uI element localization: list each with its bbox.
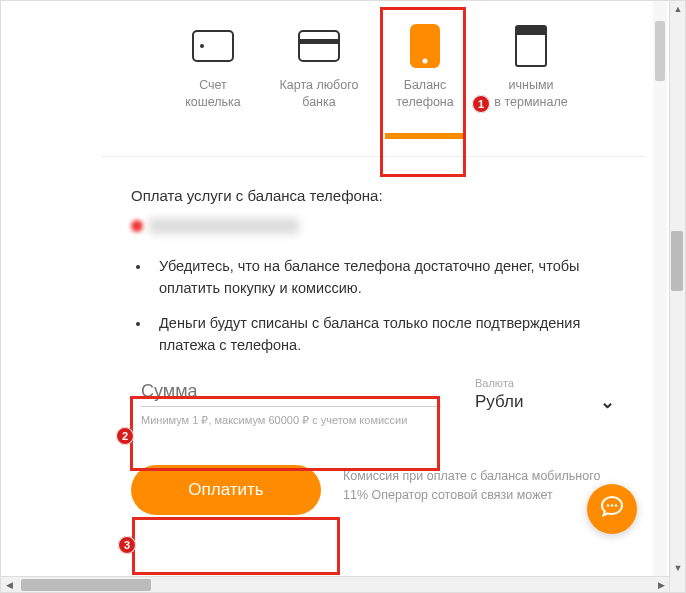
scrollbar-thumb[interactable] [21, 579, 151, 591]
inner-scrollbar[interactable] [653, 1, 667, 576]
amount-input[interactable] [141, 381, 441, 407]
scroll-up-arrow-icon[interactable]: ▲ [670, 1, 686, 17]
svg-point-10 [615, 504, 617, 506]
form-row: Минимум 1 ₽, максимум 60000 ₽ с учетом к… [131, 375, 615, 431]
action-row: Оплатить Комиссия при оплате с баланса м… [131, 465, 615, 515]
svg-rect-3 [299, 39, 339, 44]
tab-bank-card[interactable]: Карта любого банка [277, 25, 361, 111]
chat-icon [600, 494, 624, 524]
scroll-right-arrow-icon[interactable]: ▶ [653, 577, 669, 593]
tab-label: Карта любого банка [280, 77, 359, 111]
active-tab-underline [385, 133, 465, 139]
tab-phone-balance[interactable]: Баланс телефона [383, 25, 467, 111]
tab-label: ичными в терминале [494, 77, 567, 111]
list-item: Деньги будут списаны с баланса только по… [151, 313, 605, 357]
horizontal-scrollbar[interactable]: ◀ ▶ [1, 576, 669, 592]
wallet-icon [189, 25, 237, 67]
svg-rect-0 [193, 31, 233, 61]
amount-field-box: Минимум 1 ₽, максимум 60000 ₽ с учетом к… [131, 375, 451, 431]
svg-rect-7 [516, 26, 546, 35]
currency-select[interactable]: Рубли ⌄ [475, 391, 615, 413]
phone-icon [401, 25, 449, 67]
terminal-icon [507, 25, 555, 67]
phone-number-blurred [131, 216, 615, 234]
scroll-down-arrow-icon[interactable]: ▼ [670, 560, 686, 576]
currency-label: Валюта [475, 377, 615, 389]
list-item: Убедитесь, что на балансе телефона доста… [151, 256, 605, 300]
svg-point-1 [200, 44, 204, 48]
browser-frame: Счет кошелька Карта любого банка Баланс … [0, 0, 686, 593]
svg-point-8 [607, 504, 609, 506]
card-icon [295, 25, 343, 67]
currency-box: Валюта Рубли ⌄ [475, 375, 615, 413]
svg-point-9 [611, 504, 613, 506]
chevron-down-icon: ⌄ [600, 391, 615, 413]
tab-label: Счет кошелька [185, 77, 241, 111]
scroll-left-arrow-icon[interactable]: ◀ [1, 577, 17, 593]
vertical-scrollbar[interactable]: ▲ ▼ [669, 1, 685, 592]
chat-fab[interactable] [587, 484, 637, 534]
pay-button[interactable]: Оплатить [131, 465, 321, 515]
svg-point-5 [423, 59, 428, 64]
payment-method-tabs: Счет кошелька Карта любого банка Баланс … [101, 1, 645, 111]
info-list: Убедитесь, что на балансе телефона доста… [151, 256, 615, 357]
commission-text: Комиссия при оплате с баланса мобильного… [343, 465, 615, 505]
currency-value: Рубли [475, 392, 523, 412]
tab-wallet[interactable]: Счет кошелька [171, 25, 255, 111]
svg-rect-2 [299, 31, 339, 61]
payment-section: Оплата услуги с баланса телефона: Убедит… [101, 157, 645, 515]
main-content: Счет кошелька Карта любого банка Баланс … [101, 1, 645, 576]
amount-hint: Минимум 1 ₽, максимум 60000 ₽ с учетом к… [141, 413, 441, 427]
tab-label: Баланс телефона [396, 77, 453, 111]
scrollbar-thumb[interactable] [655, 21, 665, 81]
scrollbar-thumb[interactable] [671, 231, 683, 291]
section-title: Оплата услуги с баланса телефона: [131, 187, 615, 204]
tab-terminal-cash[interactable]: ичными в терминале [489, 25, 573, 111]
